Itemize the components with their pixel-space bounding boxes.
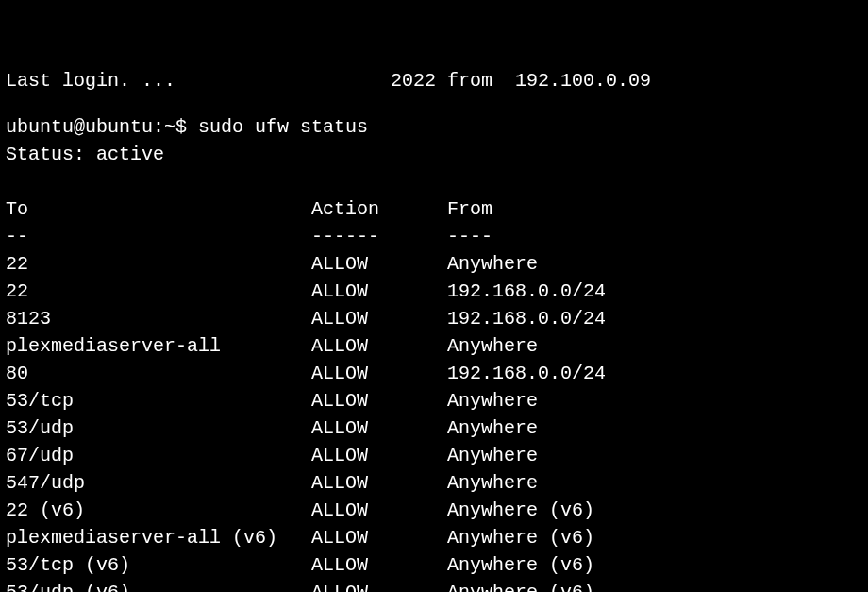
table-separator: -- ------ ---- [6,223,862,250]
lastlogin-fragment: Last login. ... 2022 from 192.100.0.09 [6,67,862,94]
command-text: sudo ufw status [198,116,368,138]
prompt-userhost: ubuntu@ubuntu [6,116,153,138]
table-row: 80 ALLOW 192.168.0.0/24 [6,360,862,387]
prompt-line[interactable]: ubuntu@ubuntu:~$ sudo ufw status [6,113,862,141]
table-row: 22 ALLOW 192.168.0.0/24 [6,278,862,305]
table-row: 22 ALLOW Anywhere [6,250,862,278]
table-row: 67/udp ALLOW Anywhere [6,442,862,469]
table-row: 53/tcp (v6) ALLOW Anywhere (v6) [6,551,862,579]
table-row: 22 (v6) ALLOW Anywhere (v6) [6,497,862,524]
table-row: plexmediaserver-all (v6) ALLOW Anywhere … [6,524,862,551]
prompt-path: ~ [164,116,175,138]
table-row: 53/udp (v6) ALLOW Anywhere (v6) [6,579,862,592]
table-row: 8123 ALLOW 192.168.0.0/24 [6,305,862,332]
blank-line [6,168,862,195]
table-header: To Action From [6,195,862,223]
table-row: 53/tcp ALLOW Anywhere [6,387,862,414]
status-line: Status: active [6,141,862,168]
terminal-output: Last login. ... 2022 from 192.100.0.09ub… [6,86,862,592]
table-row: 53/udp ALLOW Anywhere [6,414,862,442]
table-row: 547/udp ALLOW Anywhere [6,469,862,497]
table-row: plexmediaserver-all ALLOW Anywhere [6,332,862,360]
